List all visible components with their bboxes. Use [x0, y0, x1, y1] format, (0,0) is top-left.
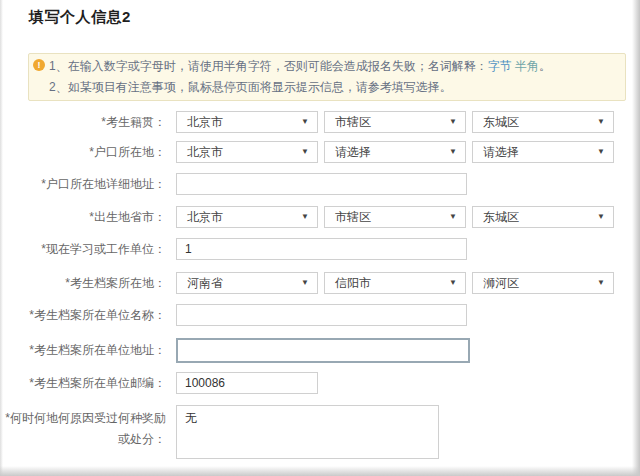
chevron-down-icon: ▼: [301, 112, 309, 132]
select-archive-province-value: 河南省: [187, 273, 223, 293]
label-awards-punishments-line1: *何时何地何原因受过何种奖励: [5, 411, 166, 425]
select-birthplace-province[interactable]: 北京市 ▼: [176, 206, 318, 228]
label-birthplace: *出生地省市：: [0, 206, 166, 228]
label-current-study-or-work-unit: *现在学习或工作单位：: [0, 238, 166, 260]
label-household-detailed-address: *户口所在地详细地址：: [0, 173, 166, 195]
screenshot-edge-shade-right: [632, 0, 640, 476]
select-household-province[interactable]: 北京市 ▼: [176, 141, 318, 163]
select-birthplace-district[interactable]: 东城区 ▼: [472, 206, 614, 228]
select-birthplace-province-value: 北京市: [187, 207, 223, 227]
archive-unit-address-input[interactable]: [176, 338, 470, 363]
chevron-down-icon: ▼: [597, 273, 605, 293]
select-household-city[interactable]: 请选择 ▼: [324, 141, 466, 163]
select-household-district[interactable]: 请选择 ▼: [472, 141, 614, 163]
notice-item-1-number: 1、: [49, 59, 68, 73]
chevron-down-icon: ▼: [301, 142, 309, 162]
chevron-down-icon: ▼: [449, 207, 457, 227]
label-household-registration-location: *户口所在地：: [0, 141, 166, 163]
household-detailed-address-input[interactable]: [176, 173, 467, 195]
chevron-down-icon: ▼: [597, 142, 605, 162]
chevron-down-icon: ▼: [301, 273, 309, 293]
label-awards-punishments: *何时何地何原因受过何种奖励 或处分：: [0, 405, 166, 450]
select-native-place-district[interactable]: 东城区 ▼: [472, 111, 614, 133]
notice-item-2: 2、如某项目有注意事项，鼠标悬停页面将显示提示信息，请参考填写选择。: [49, 77, 619, 98]
screenshot-edge-shade-left: [0, 0, 3, 476]
select-birthplace-city-value: 市辖区: [335, 207, 371, 227]
notice-item-1-text: 在输入数字或字母时，请使用半角字符，否则可能会造成报名失败；名词解释：: [68, 59, 488, 73]
archive-unit-name-input[interactable]: [176, 304, 467, 326]
byte-term-link[interactable]: 字节: [488, 59, 512, 73]
select-birthplace-district-value: 东城区: [483, 207, 519, 227]
notice-item-1-period: 。: [539, 59, 551, 73]
notice-item-2-number: 2、: [49, 80, 68, 94]
select-native-place-district-value: 东城区: [483, 112, 519, 132]
screenshot-edge-shade-bottom: [0, 466, 640, 476]
awards-punishments-textarea[interactable]: 无: [176, 405, 439, 459]
select-native-place-province-value: 北京市: [187, 112, 223, 132]
page-title: 填写个人信息2: [29, 8, 131, 27]
notice-item-1: 1、在输入数字或字母时，请使用半角字符，否则可能会造成报名失败；名词解释：字节 …: [49, 56, 619, 77]
label-candidate-native-place: *考生籍贯：: [0, 111, 166, 133]
current-study-or-work-unit-input[interactable]: [176, 238, 467, 260]
notice-item-2-text: 如某项目有注意事项，鼠标悬停页面将显示提示信息，请参考填写选择。: [68, 80, 452, 94]
select-archive-province[interactable]: 河南省 ▼: [176, 272, 318, 294]
select-native-place-city[interactable]: 市辖区 ▼: [324, 111, 466, 133]
select-native-place-city-value: 市辖区: [335, 112, 371, 132]
select-household-province-value: 北京市: [187, 142, 223, 162]
chevron-down-icon: ▼: [597, 207, 605, 227]
archive-unit-postcode-input[interactable]: [176, 372, 318, 394]
select-archive-city[interactable]: 信阳市 ▼: [324, 272, 466, 294]
label-archive-unit-name: *考生档案所在单位名称：: [0, 304, 166, 326]
select-archive-city-value: 信阳市: [335, 273, 371, 293]
select-archive-district-value: 浉河区: [483, 273, 519, 293]
select-birthplace-city[interactable]: 市辖区 ▼: [324, 206, 466, 228]
personal-info-form-page: 填写个人信息2 ! 1、在输入数字或字母时，请使用半角字符，否则可能会造成报名失…: [0, 0, 640, 476]
label-archive-unit-address: *考生档案所在单位地址：: [0, 338, 166, 363]
chevron-down-icon: ▼: [597, 112, 605, 132]
select-archive-district[interactable]: 浉河区 ▼: [472, 272, 614, 294]
select-native-place-province[interactable]: 北京市 ▼: [176, 111, 318, 133]
chevron-down-icon: ▼: [449, 273, 457, 293]
label-awards-punishments-line2: 或处分：: [118, 432, 166, 446]
warning-icon: !: [33, 59, 45, 71]
chevron-down-icon: ▼: [449, 142, 457, 162]
select-household-city-value: 请选择: [335, 142, 371, 162]
select-household-district-value: 请选择: [483, 142, 519, 162]
chevron-down-icon: ▼: [449, 112, 457, 132]
notice-box: ! 1、在输入数字或字母时，请使用半角字符，否则可能会造成报名失败；名词解释：字…: [28, 53, 626, 101]
halfwidth-term-link[interactable]: 半角: [515, 59, 539, 73]
chevron-down-icon: ▼: [301, 207, 309, 227]
label-archive-location: *考生档案所在地：: [0, 272, 166, 294]
label-archive-unit-postcode: *考生档案所在单位邮编：: [0, 372, 166, 394]
